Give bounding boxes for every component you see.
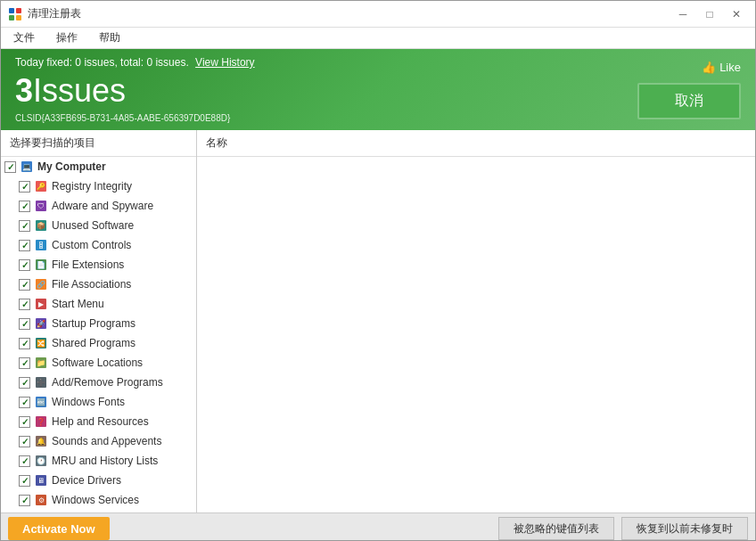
icon-add-remove: ➕ [34,375,48,389]
cancel-button[interactable]: 取消 [637,83,741,119]
label-software-locations: Software Locations [52,357,143,369]
checkbox-my-computer[interactable] [4,161,16,173]
menu-file[interactable]: 文件 [6,29,42,47]
checkbox-help-resources[interactable] [19,416,30,428]
tree-item-software-locations[interactable]: 📁 Software Locations [1,353,196,373]
header-right: 👍 Like 取消 [637,61,741,119]
tree-item-device-drivers[interactable]: 🖥 Device Drivers [1,471,196,490]
label-start-menu: Start Menu [52,298,104,310]
icon-adware-spyware: 🛡 [34,199,48,213]
close-button[interactable]: ✕ [725,5,748,23]
tree-item-sounds-appevents[interactable]: 🔔 Sounds and Appevents [1,431,196,451]
checkbox-windows-services[interactable] [19,495,30,506]
like-button[interactable]: 👍 Like [702,61,741,74]
icon-registry-integrity: 🔑 [34,179,48,193]
svg-text:🔀: 🔀 [37,339,45,348]
tree-item-shared-programs[interactable]: 🔀 Shared Programs [1,333,196,353]
icon-device-drivers: 🖥 [34,473,48,488]
svg-text:❓: ❓ [37,417,45,426]
svg-rect-0 [9,8,14,13]
tree-item-custom-controls[interactable]: 🎛 Custom Controls [1,235,196,255]
label-device-drivers: Device Drivers [52,474,121,487]
tree-item-unused-software[interactable]: 📦 Unused Software [1,216,196,235]
svg-text:▶: ▶ [38,300,45,308]
maximize-button[interactable]: □ [698,5,721,23]
svg-text:➕: ➕ [37,378,45,387]
svg-text:🔑: 🔑 [37,182,45,191]
checkbox-mru-history[interactable] [19,455,30,467]
tree-item-windows-fonts[interactable]: 🔤 Windows Fonts [1,392,196,412]
minimize-button[interactable]: ─ [671,5,694,23]
svg-text:📁: 📁 [37,358,45,367]
app-icon [8,7,22,21]
title-bar-left: 清理注册表 [8,6,81,21]
svg-text:📦: 📦 [37,221,45,230]
icon-startup-programs: 🚀 [34,316,48,331]
label-adware-spyware: Adware and Spyware [52,200,153,212]
tree-list[interactable]: 💻 My Computer 🔑 Registry Integrity 🛡 Adw… [1,157,196,512]
header-left: Today fixed: 0 issues, total: 0 issues. … [15,56,255,123]
icon-sounds-appevents: 🔔 [34,434,48,448]
title-controls: ─ □ ✕ [671,5,748,23]
icon-my-computer: 💻 [20,160,34,174]
menu-bar: 文件 操作 帮助 [1,28,755,49]
checkbox-windows-fonts[interactable] [19,397,30,408]
svg-text:🔗: 🔗 [37,280,45,289]
icon-file-extensions: 📄 [34,258,48,272]
tree-item-help-resources[interactable]: ❓ Help and Resources [1,412,196,431]
svg-rect-2 [9,15,14,20]
header-banner: Today fixed: 0 issues, total: 0 issues. … [1,49,755,130]
icon-help-resources: ❓ [34,414,48,429]
icon-mru-history: 🕐 [34,454,48,468]
label-help-resources: Help and Resources [52,415,149,428]
restore-values-button[interactable]: 恢复到以前未修复时 [621,517,748,540]
checkbox-add-remove[interactable] [19,377,30,389]
icon-software-locations: 📁 [34,356,48,370]
tree-item-startup-programs[interactable]: 🚀 Startup Programs [1,314,196,333]
label-add-remove: Add/Remove Programs [52,376,163,389]
checkbox-custom-controls[interactable] [19,240,30,251]
label-startup-programs: Startup Programs [52,317,136,330]
tree-item-windows-services[interactable]: ⚙ Windows Services [1,490,196,510]
checkbox-file-extensions[interactable] [19,259,30,271]
view-history-link[interactable]: View History [195,56,254,69]
tree-item-virtual-devices[interactable]: 💡 Virtual Devices [1,510,196,512]
activate-now-button[interactable]: Activate Now [8,517,110,540]
tree-item-my-computer[interactable]: 💻 My Computer [1,157,196,176]
checkbox-unused-software[interactable] [19,220,30,232]
tree-item-mru-history[interactable]: 🕐 MRU and History Lists [1,451,196,471]
checkbox-sounds-appevents[interactable] [19,436,30,447]
svg-rect-1 [16,8,21,13]
label-file-associations: File Associations [52,278,131,291]
svg-text:🔔: 🔔 [37,437,45,446]
menu-edit[interactable]: 操作 [49,29,85,47]
icon-unused-software: 📦 [34,218,48,233]
checkbox-adware-spyware[interactable] [19,201,30,212]
svg-text:⚙: ⚙ [38,496,45,504]
svg-text:💻: 💻 [22,162,31,171]
ignored-values-button[interactable]: 被忽略的键值列表 [498,517,614,540]
checkbox-shared-programs[interactable] [19,338,30,349]
checkbox-registry-integrity[interactable] [19,181,30,193]
label-windows-fonts: Windows Fonts [52,396,125,408]
tree-item-file-associations[interactable]: 🔗 File Associations [1,275,196,294]
tree-item-add-remove[interactable]: ➕ Add/Remove Programs [1,373,196,392]
icon-custom-controls: 🎛 [34,238,48,252]
tree-item-file-extensions[interactable]: 📄 File Extensions [1,255,196,275]
tree-item-adware-spyware[interactable]: 🛡 Adware and Spyware [1,196,196,216]
thumbs-up-icon: 👍 [702,61,716,74]
svg-text:🕐: 🕐 [37,456,45,465]
tree-item-registry-integrity[interactable]: 🔑 Registry Integrity [1,176,196,196]
today-fixed-text: Today fixed: 0 issues, total: 0 issues. … [15,56,255,69]
checkbox-device-drivers[interactable] [19,475,30,487]
label-unused-software: Unused Software [52,219,134,232]
checkbox-startup-programs[interactable] [19,318,30,330]
right-panel-content [197,157,755,512]
menu-help[interactable]: 帮助 [92,29,127,47]
tree-item-start-menu[interactable]: ▶ Start Menu [1,294,196,314]
checkbox-start-menu[interactable] [19,299,30,310]
checkbox-software-locations[interactable] [19,357,30,369]
right-panel-header: 名称 [197,130,755,157]
main-content: 选择要扫描的项目 💻 My Computer 🔑 Registry Integr… [1,130,755,512]
checkbox-file-associations[interactable] [19,279,30,291]
